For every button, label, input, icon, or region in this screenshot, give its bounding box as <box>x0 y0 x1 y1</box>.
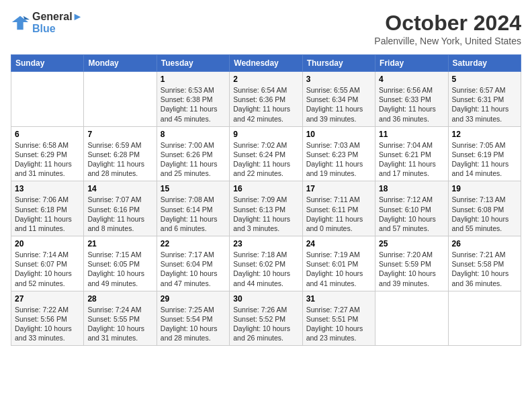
day-info: Sunrise: 7:07 AMSunset: 6:16 PMDaylight:… <box>87 195 152 233</box>
day-number: 4 <box>379 75 444 84</box>
page-header: General► Blue October 2024 Palenville, N… <box>11 11 521 46</box>
calendar-cell <box>448 291 521 346</box>
logo-text: General► Blue <box>32 11 83 35</box>
calendar-week-5: 27Sunrise: 7:22 AMSunset: 5:56 PMDayligh… <box>11 291 521 346</box>
calendar-cell: 25Sunrise: 7:20 AMSunset: 5:59 PMDayligh… <box>375 236 448 291</box>
day-info: Sunrise: 6:55 AMSunset: 6:34 PMDaylight:… <box>306 85 371 124</box>
calendar-cell: 15Sunrise: 7:08 AMSunset: 6:14 PMDayligh… <box>157 181 229 236</box>
day-number: 13 <box>15 184 80 193</box>
day-info: Sunrise: 7:19 AMSunset: 6:01 PMDaylight:… <box>306 250 371 288</box>
day-number: 8 <box>161 130 226 139</box>
day-info: Sunrise: 7:15 AMSunset: 6:05 PMDaylight:… <box>87 250 152 288</box>
day-info: Sunrise: 7:06 AMSunset: 6:18 PMDaylight:… <box>15 195 80 233</box>
day-info: Sunrise: 7:02 AMSunset: 6:24 PMDaylight:… <box>233 140 298 179</box>
day-info: Sunrise: 6:54 AMSunset: 6:36 PMDaylight:… <box>233 85 298 124</box>
calendar-week-4: 20Sunrise: 7:14 AMSunset: 6:07 PMDayligh… <box>11 236 521 291</box>
calendar-cell: 4Sunrise: 6:56 AMSunset: 6:33 PMDaylight… <box>375 72 448 127</box>
calendar-header-row: SundayMondayTuesdayWednesdayThursdayFrid… <box>11 55 521 72</box>
calendar-cell <box>375 291 448 346</box>
day-number: 21 <box>87 239 152 248</box>
day-info: Sunrise: 6:59 AMSunset: 6:28 PMDaylight:… <box>87 140 152 179</box>
month-title: October 2024 <box>374 11 521 36</box>
day-info: Sunrise: 6:56 AMSunset: 6:33 PMDaylight:… <box>379 85 444 124</box>
day-number: 22 <box>161 239 226 248</box>
day-info: Sunrise: 7:12 AMSunset: 6:10 PMDaylight:… <box>379 195 444 233</box>
day-number: 5 <box>452 75 517 84</box>
calendar-cell: 2Sunrise: 6:54 AMSunset: 6:36 PMDaylight… <box>230 72 302 127</box>
calendar-cell: 1Sunrise: 6:53 AMSunset: 6:38 PMDaylight… <box>157 72 229 127</box>
day-number: 1 <box>161 75 226 84</box>
day-info: Sunrise: 7:09 AMSunset: 6:13 PMDaylight:… <box>233 195 298 233</box>
day-number: 17 <box>306 184 371 193</box>
calendar-cell: 24Sunrise: 7:19 AMSunset: 6:01 PMDayligh… <box>302 236 375 291</box>
day-number: 15 <box>161 184 226 193</box>
day-header-saturday: Saturday <box>448 55 521 72</box>
day-info: Sunrise: 7:08 AMSunset: 6:14 PMDaylight:… <box>161 195 226 233</box>
day-header-wednesday: Wednesday <box>230 55 302 72</box>
day-number: 9 <box>233 130 298 139</box>
day-number: 6 <box>15 130 80 139</box>
day-number: 29 <box>161 294 226 304</box>
calendar-cell: 17Sunrise: 7:11 AMSunset: 6:11 PMDayligh… <box>302 181 375 236</box>
day-number: 16 <box>233 184 298 193</box>
calendar-cell: 20Sunrise: 7:14 AMSunset: 6:07 PMDayligh… <box>11 236 84 291</box>
calendar-cell: 10Sunrise: 7:03 AMSunset: 6:23 PMDayligh… <box>302 126 375 181</box>
calendar-cell: 23Sunrise: 7:18 AMSunset: 6:02 PMDayligh… <box>230 236 302 291</box>
day-number: 14 <box>87 184 152 193</box>
day-number: 3 <box>306 75 371 84</box>
calendar-cell: 29Sunrise: 7:25 AMSunset: 5:54 PMDayligh… <box>157 291 229 346</box>
day-info: Sunrise: 7:18 AMSunset: 6:02 PMDaylight:… <box>233 250 298 288</box>
day-header-tuesday: Tuesday <box>157 55 229 72</box>
day-number: 24 <box>306 239 371 248</box>
day-info: Sunrise: 7:27 AMSunset: 5:51 PMDaylight:… <box>306 305 371 343</box>
calendar-cell: 18Sunrise: 7:12 AMSunset: 6:10 PMDayligh… <box>375 181 448 236</box>
calendar-cell <box>84 72 157 127</box>
day-info: Sunrise: 7:03 AMSunset: 6:23 PMDaylight:… <box>306 140 371 179</box>
day-info: Sunrise: 7:11 AMSunset: 6:11 PMDaylight:… <box>306 195 371 233</box>
calendar-cell: 12Sunrise: 7:05 AMSunset: 6:19 PMDayligh… <box>448 126 521 181</box>
calendar-cell: 19Sunrise: 7:13 AMSunset: 6:08 PMDayligh… <box>448 181 521 236</box>
day-info: Sunrise: 7:04 AMSunset: 6:21 PMDaylight:… <box>379 140 444 179</box>
day-number: 11 <box>379 130 444 139</box>
day-header-friday: Friday <box>375 55 448 72</box>
day-number: 25 <box>379 239 444 248</box>
day-info: Sunrise: 7:17 AMSunset: 6:04 PMDaylight:… <box>161 250 226 288</box>
day-number: 31 <box>306 294 371 304</box>
day-number: 18 <box>379 184 444 193</box>
location-subtitle: Palenville, New York, United States <box>374 36 521 46</box>
calendar-cell: 30Sunrise: 7:26 AMSunset: 5:52 PMDayligh… <box>230 291 302 346</box>
day-info: Sunrise: 7:05 AMSunset: 6:19 PMDaylight:… <box>452 140 517 179</box>
day-info: Sunrise: 7:21 AMSunset: 5:58 PMDaylight:… <box>452 250 517 288</box>
calendar-cell: 21Sunrise: 7:15 AMSunset: 6:05 PMDayligh… <box>84 236 157 291</box>
day-number: 28 <box>87 294 152 304</box>
day-info: Sunrise: 7:14 AMSunset: 6:07 PMDaylight:… <box>15 250 80 288</box>
day-number: 7 <box>87 130 152 139</box>
calendar-cell: 14Sunrise: 7:07 AMSunset: 6:16 PMDayligh… <box>84 181 157 236</box>
calendar-cell: 27Sunrise: 7:22 AMSunset: 5:56 PMDayligh… <box>11 291 84 346</box>
calendar-cell: 16Sunrise: 7:09 AMSunset: 6:13 PMDayligh… <box>230 181 302 236</box>
day-number: 30 <box>233 294 298 304</box>
day-info: Sunrise: 7:20 AMSunset: 5:59 PMDaylight:… <box>379 250 444 288</box>
day-header-sunday: Sunday <box>11 55 84 72</box>
day-number: 23 <box>233 239 298 248</box>
day-info: Sunrise: 7:13 AMSunset: 6:08 PMDaylight:… <box>452 195 517 233</box>
calendar-cell: 13Sunrise: 7:06 AMSunset: 6:18 PMDayligh… <box>11 181 84 236</box>
calendar-cell <box>11 72 84 127</box>
calendar-cell: 22Sunrise: 7:17 AMSunset: 6:04 PMDayligh… <box>157 236 229 291</box>
logo: General► Blue <box>11 11 83 35</box>
day-info: Sunrise: 7:22 AMSunset: 5:56 PMDaylight:… <box>15 305 80 343</box>
logo-icon <box>11 13 30 32</box>
day-info: Sunrise: 6:53 AMSunset: 6:38 PMDaylight:… <box>161 85 226 124</box>
calendar-cell: 7Sunrise: 6:59 AMSunset: 6:28 PMDaylight… <box>84 126 157 181</box>
calendar-cell: 31Sunrise: 7:27 AMSunset: 5:51 PMDayligh… <box>302 291 375 346</box>
day-info: Sunrise: 7:26 AMSunset: 5:52 PMDaylight:… <box>233 305 298 343</box>
calendar-cell: 26Sunrise: 7:21 AMSunset: 5:58 PMDayligh… <box>448 236 521 291</box>
day-info: Sunrise: 7:00 AMSunset: 6:26 PMDaylight:… <box>161 140 226 179</box>
calendar-cell: 3Sunrise: 6:55 AMSunset: 6:34 PMDaylight… <box>302 72 375 127</box>
day-header-thursday: Thursday <box>302 55 375 72</box>
calendar-cell: 11Sunrise: 7:04 AMSunset: 6:21 PMDayligh… <box>375 126 448 181</box>
calendar-week-2: 6Sunrise: 6:58 AMSunset: 6:29 PMDaylight… <box>11 126 521 181</box>
day-info: Sunrise: 7:24 AMSunset: 5:55 PMDaylight:… <box>87 305 152 343</box>
day-number: 19 <box>452 184 517 193</box>
calendar-week-1: 1Sunrise: 6:53 AMSunset: 6:38 PMDaylight… <box>11 72 521 127</box>
